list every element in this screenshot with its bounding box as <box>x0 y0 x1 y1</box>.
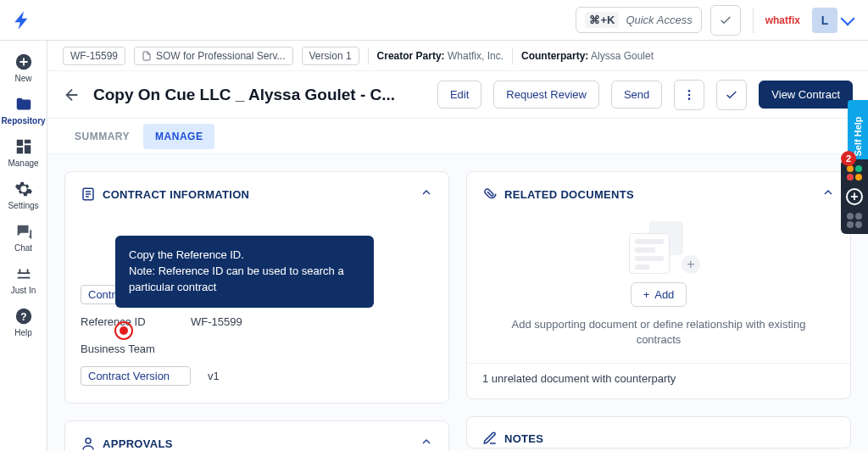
view-contract-button[interactable]: View Contract <box>759 81 853 109</box>
page-header: Copy On Cue LLC _ Alyssa Goulet - C... E… <box>47 71 868 119</box>
dock-apps-icon[interactable] <box>846 164 863 181</box>
row-contract-version: Contract Version v1 <box>81 362 433 389</box>
sidenav-manage[interactable]: Manage <box>0 132 47 173</box>
tab-summary[interactable]: SUMMARY <box>63 124 142 149</box>
label-business-team: Business Team <box>81 342 191 355</box>
document-placeholder-icon: + <box>629 221 688 272</box>
sidenav-chat[interactable]: Chat <box>0 217 47 258</box>
checklist-button[interactable] <box>710 5 741 36</box>
logo-icon <box>12 9 34 31</box>
label-reference-id: Reference ID <box>81 315 191 328</box>
dock-add-icon[interactable]: + <box>846 188 863 205</box>
value-reference-id: WF-15599 <box>191 315 242 328</box>
quick-access-label: Quick Access <box>626 14 692 26</box>
guidance-tooltip: Copy the Reference ID. Note: Reference I… <box>115 236 374 308</box>
collapse-icon[interactable] <box>821 186 835 203</box>
svg-point-3 <box>688 90 691 92</box>
notification-badge: 2 <box>841 151 856 166</box>
related-empty-text: Add supporting document or define relati… <box>499 317 818 348</box>
related-documents-title: RELATED DOCUMENTS <box>504 188 634 201</box>
row-reference-id: Reference ID WF-15599 <box>81 308 433 335</box>
user-menu[interactable]: L <box>805 4 860 36</box>
approvals-card: APPROVALS PRE-CONFIGURED APPROVALS <box>64 420 449 451</box>
more-actions-button[interactable] <box>674 80 704 110</box>
related-documents-card: RELATED DOCUMENTS + +Add Add supporting … <box>466 171 851 399</box>
quick-access[interactable]: ⌘+K Quick Access <box>576 7 701 33</box>
sidenav: New Repository Manage Settings Chat Just… <box>0 41 47 451</box>
sidenav-help[interactable]: ? Help <box>0 302 47 342</box>
svg-point-5 <box>688 97 691 100</box>
avatar: L <box>812 8 837 33</box>
chip-reference[interactable]: WF-15599 <box>63 47 125 65</box>
page-title: Copy On Cue LLC _ Alyssa Goulet - C... <box>93 86 395 104</box>
label-contract-version[interactable]: Contract Version <box>81 366 191 386</box>
breadcrumb: WF-15599 SOW for Professional Serv... Ve… <box>47 41 868 71</box>
contract-info-icon <box>81 187 96 202</box>
notes-icon <box>482 431 498 446</box>
brand-label: whatfix <box>765 14 800 26</box>
dock-more-icon[interactable] <box>846 212 863 229</box>
approvals-icon <box>81 436 96 451</box>
svg-point-7 <box>86 438 91 443</box>
approvals-title: APPROVALS <box>103 437 173 450</box>
sidenav-repository[interactable]: Repository <box>0 90 47 131</box>
sidenav-settings[interactable]: Settings <box>0 175 47 215</box>
counterparty: Counterparty: Alyssa Goulet <box>521 50 654 62</box>
sidenav-new[interactable]: New <box>0 47 47 88</box>
notes-title: NOTES <box>504 432 543 445</box>
side-dock: + <box>841 159 868 234</box>
back-arrow-icon[interactable] <box>63 86 81 104</box>
value-contract-version: v1 <box>208 370 220 382</box>
related-empty-state: + +Add Add supporting document or define… <box>482 214 835 363</box>
unrelated-document-link[interactable]: 1 unrelated document with counterparty <box>482 372 835 385</box>
creator-party: Creator Party: Whatfix, Inc. <box>377 50 504 62</box>
svg-text:?: ? <box>20 311 26 323</box>
chip-version[interactable]: Version 1 <box>302 47 359 65</box>
topbar: ⌘+K Quick Access whatfix L <box>0 0 868 41</box>
add-related-button[interactable]: +Add <box>631 282 687 307</box>
chip-template[interactable]: SOW for Professional Serv... <box>134 47 293 65</box>
tabs: SUMMARY MANAGE <box>47 119 868 154</box>
attachment-icon <box>482 187 498 202</box>
tooltip-line1: Copy the Reference ID. <box>129 248 360 264</box>
notes-card: NOTES <box>466 416 851 448</box>
tab-manage[interactable]: MANAGE <box>143 124 214 149</box>
collapse-icon[interactable] <box>420 435 433 451</box>
send-button[interactable]: Send <box>611 81 662 109</box>
edit-button[interactable]: Edit <box>437 81 481 109</box>
quick-access-key: ⌘+K <box>585 12 619 28</box>
collapse-icon[interactable] <box>420 186 433 203</box>
plus-icon: + <box>682 255 700 274</box>
contract-info-title: CONTRACT INFORMATION <box>103 188 249 201</box>
row-business-team: Business Team <box>81 335 433 362</box>
approve-check-button[interactable] <box>716 80 747 110</box>
sidenav-just-in[interactable]: Just In <box>0 259 47 300</box>
pulse-beacon-icon[interactable] <box>114 321 133 340</box>
request-review-button[interactable]: Request Review <box>493 81 599 109</box>
chevron-down-icon <box>841 11 855 25</box>
tooltip-line2: Note: Reference ID can be used to search… <box>129 264 360 296</box>
svg-point-4 <box>688 93 691 96</box>
main: WF-15599 SOW for Professional Serv... Ve… <box>47 41 868 451</box>
